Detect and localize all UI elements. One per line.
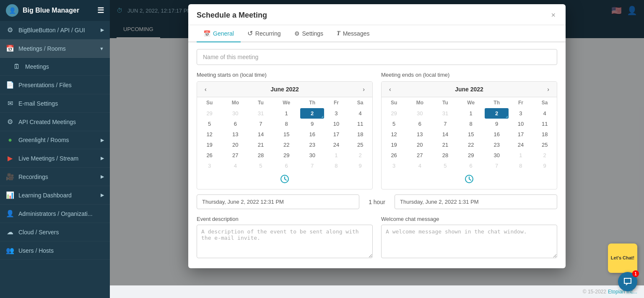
cal-day[interactable]: 27	[406, 150, 433, 161]
sidebar-item-api-meetings[interactable]: ⚙ API Created Meetings	[0, 113, 110, 131]
cal-day[interactable]: 10	[324, 119, 348, 129]
sidebar-item-users-hosts[interactable]: 👥 Users / Hosts	[0, 241, 110, 260]
sidebar-item-greenlight[interactable]: ● Greenlight / Rooms ▶	[0, 131, 110, 149]
sidebar-item-bigbluebutton[interactable]: ⚙ BigBlueButton / API / GUI ▶	[0, 21, 110, 39]
cal-day[interactable]: 19	[197, 140, 222, 150]
sidebar-item-label: Users / Hosts	[18, 247, 54, 254]
event-description-section: Event description	[197, 216, 373, 260]
cal-day[interactable]: 18	[532, 129, 557, 140]
start-time-input[interactable]	[197, 194, 359, 209]
meeting-name-input[interactable]	[197, 49, 557, 65]
sidebar-item-cloud-servers[interactable]: ☁ Cloud / Servers	[0, 223, 110, 241]
cal-day[interactable]: 27	[222, 150, 249, 161]
cal-day[interactable]: 15	[273, 129, 300, 140]
end-cal-next[interactable]: ›	[545, 85, 552, 93]
cal-day[interactable]: 17	[509, 129, 532, 140]
cal-day[interactable]: 16	[300, 129, 325, 140]
tab-settings[interactable]: ⚙ Settings	[288, 25, 330, 42]
sidebar-item-label: Greenlight / Rooms	[18, 137, 69, 143]
cal-day[interactable]: 30	[300, 150, 325, 161]
cal-day: 8	[509, 161, 532, 171]
cal-day[interactable]: 17	[324, 129, 348, 140]
sidebar-item-meetings[interactable]: 🗓 Meetings	[0, 58, 110, 76]
tab-general[interactable]: 📅 General	[197, 25, 241, 42]
cal-day[interactable]: 25	[348, 140, 372, 150]
cal-day[interactable]: 7	[433, 119, 457, 129]
cal-day[interactable]: 23	[300, 140, 325, 150]
cal-day[interactable]: 4	[532, 108, 557, 119]
cal-day[interactable]: 30	[485, 150, 509, 161]
cal-day[interactable]: 9	[300, 119, 325, 129]
cal-day[interactable]: 15	[457, 129, 484, 140]
cal-day[interactable]: 11	[348, 119, 372, 129]
cal-day[interactable]: 21	[249, 140, 273, 150]
cal-day[interactable]: 23	[485, 140, 509, 150]
cal-day[interactable]: 4	[348, 108, 372, 119]
welcome-chat-textarea[interactable]	[381, 225, 557, 258]
sidebar-item-live-meetings[interactable]: ▶ Live Meetings / Stream ▶	[0, 149, 110, 168]
cal-day[interactable]: 29	[457, 150, 484, 161]
cal-day[interactable]: 12	[382, 129, 406, 140]
modal-title: Schedule a Meeting	[197, 11, 267, 20]
cal-day[interactable]: 21	[433, 140, 457, 150]
cal-day[interactable]: 14	[433, 129, 457, 140]
start-cal-next[interactable]: ›	[360, 85, 367, 93]
cal-day[interactable]: 24	[324, 140, 348, 150]
sidebar-item-meetings-rooms[interactable]: 📅 Meetings / Rooms ▼	[0, 39, 110, 58]
cal-day[interactable]: 28	[249, 150, 273, 161]
cal-day[interactable]: 9	[485, 119, 509, 129]
cal-day[interactable]: 10	[509, 119, 532, 129]
sidebar-item-administrators[interactable]: 👤 Administrators / Organizati...	[0, 205, 110, 223]
chevron-right-icon: ▶	[101, 137, 104, 143]
cal-day[interactable]: 22	[457, 140, 484, 150]
sidebar-menu-icon[interactable]: ☰	[97, 6, 104, 15]
end-time-input[interactable]	[395, 194, 557, 209]
sidebar-item-email-settings[interactable]: ✉ E-mail Settings	[0, 94, 110, 113]
tab-recurring[interactable]: ↺ Recurring	[241, 25, 288, 42]
chat-bubble-button[interactable]: 1	[618, 272, 637, 291]
cal-day[interactable]: 26	[197, 150, 222, 161]
sidebar-item-presentations[interactable]: 📄 Presentations / Files	[0, 76, 110, 94]
event-description-textarea[interactable]	[197, 225, 373, 258]
cal-day[interactable]: 1	[273, 108, 300, 119]
end-time-clock-icon[interactable]	[382, 171, 557, 189]
end-cal-prev[interactable]: ‹	[387, 85, 394, 93]
sidebar-item-recordings[interactable]: 🎥 Recordings ▶	[0, 168, 110, 186]
cal-day[interactable]: 28	[433, 150, 457, 161]
cal-day[interactable]: 8	[273, 119, 300, 129]
cal-day[interactable]: 22	[273, 140, 300, 150]
cal-day[interactable]: 2	[300, 108, 325, 119]
modal-close-button[interactable]: ×	[549, 11, 557, 20]
cal-day[interactable]: 16	[485, 129, 509, 140]
cal-day[interactable]: 5	[197, 119, 222, 129]
cal-day[interactable]: 5	[382, 119, 406, 129]
cal-day[interactable]: 3	[324, 108, 348, 119]
cal-day[interactable]: 24	[509, 140, 532, 150]
start-cal-prev[interactable]: ‹	[202, 85, 209, 93]
cal-day[interactable]: 1	[457, 108, 484, 119]
tab-messages[interactable]: T Messages	[330, 25, 376, 42]
cal-day[interactable]: 2	[485, 108, 509, 119]
cal-day[interactable]: 11	[532, 119, 557, 129]
cal-day[interactable]: 18	[348, 129, 372, 140]
cal-day[interactable]: 12	[197, 129, 222, 140]
cal-day[interactable]: 20	[222, 140, 249, 150]
cal-day[interactable]: 20	[406, 140, 433, 150]
cal-day[interactable]: 6	[222, 119, 249, 129]
cal-day[interactable]: 14	[249, 129, 273, 140]
cal-day[interactable]: 19	[382, 140, 406, 150]
cal-day[interactable]: 7	[249, 119, 273, 129]
cal-day[interactable]: 13	[406, 129, 433, 140]
cal-day[interactable]: 13	[222, 129, 249, 140]
cal-day[interactable]: 6	[406, 119, 433, 129]
cal-day[interactable]: 8	[457, 119, 484, 129]
schedule-meeting-modal: Schedule a Meeting × 📅 General ↺ Recurri…	[188, 4, 566, 268]
cal-day[interactable]: 25	[532, 140, 557, 150]
start-time-clock-icon[interactable]	[197, 171, 372, 189]
cal-day[interactable]: 29	[273, 150, 300, 161]
sidebar-item-learning-dashboard[interactable]: 📊 Learning Dashboard ▶	[0, 186, 110, 205]
cal-day[interactable]: 26	[382, 150, 406, 161]
col-tu: Tu	[433, 97, 457, 108]
cal-day[interactable]: 3	[509, 108, 532, 119]
lets-chat-widget[interactable]: Let's Chat!	[608, 244, 637, 273]
